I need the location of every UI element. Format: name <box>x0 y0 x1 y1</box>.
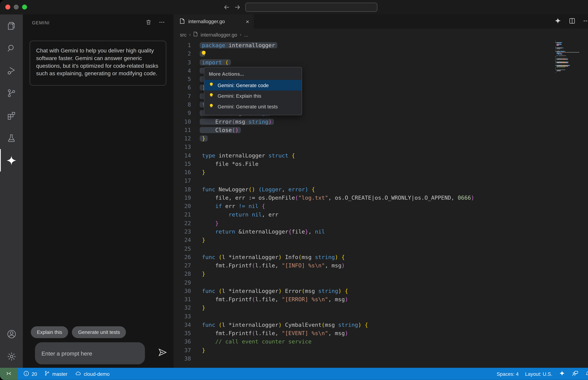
sidebar-item-testing[interactable] <box>0 127 23 149</box>
sidebar-item-run-debug[interactable] <box>0 59 23 82</box>
menu-item[interactable]: Gemini: Generate code <box>204 80 302 91</box>
line-number: 4 <box>173 68 191 74</box>
line-number: 3 <box>173 59 191 65</box>
breadcrumb-src[interactable]: src <box>180 32 187 38</box>
line-number: 10 <box>173 118 191 125</box>
minimap-line <box>555 64 588 65</box>
line-number: 38 <box>173 356 191 362</box>
gemini-description-text: Chat with Gemini to help you deliver hig… <box>36 47 158 76</box>
code-line: 34func (l *internalLogger) CymbalEvent(m… <box>173 321 588 329</box>
line-number: 37 <box>173 347 191 353</box>
minimap-line <box>555 67 588 68</box>
line-number: 17 <box>173 178 191 184</box>
tab-label: internallogger.go <box>188 19 225 24</box>
code-line: 24} <box>173 236 588 244</box>
minimap-line <box>555 57 588 58</box>
file-icon <box>180 18 185 25</box>
code-line: 1package internallogger <box>173 41 588 50</box>
status-sparkle-icon[interactable] <box>559 370 565 378</box>
split-editor-icon[interactable] <box>569 17 575 26</box>
sidebar-item-gemini[interactable] <box>0 149 23 171</box>
back-arrow-icon[interactable] <box>223 3 231 13</box>
minimap-line <box>555 59 588 60</box>
minimap-line <box>555 56 588 57</box>
code-line: 10 Error(msg string) <box>173 117 588 126</box>
minimap-line <box>555 71 588 72</box>
forward-arrow-icon[interactable] <box>234 3 241 13</box>
prompt-input[interactable] <box>35 342 145 364</box>
menu-item[interactable]: Gemini: Explain this <box>204 91 302 101</box>
code-line: 14type internalLogger struct { <box>173 151 588 160</box>
minimap-line <box>555 47 588 47</box>
info-icon <box>23 370 29 378</box>
code-line: 26func (l *internalLogger) Info(msg stri… <box>173 253 588 261</box>
code-line: 3import ( <box>173 58 588 66</box>
tab-strip: internallogger.go × <box>173 15 588 29</box>
lightbulb-icon[interactable] <box>201 50 207 57</box>
minimap-line <box>555 50 588 51</box>
minimap-line <box>555 69 588 70</box>
status-cloud-project[interactable]: cloud-demo <box>75 370 110 378</box>
editor-more-actions-icon[interactable] <box>583 17 588 26</box>
gemini-editor-sparkle-icon[interactable] <box>554 17 561 26</box>
code-text: } <box>200 135 208 142</box>
sidebar-item-extensions[interactable] <box>0 104 23 127</box>
breadcrumb: src › internallogger.go › ... <box>173 29 588 41</box>
status-problems[interactable]: 20 <box>23 370 37 378</box>
explain-this-button[interactable]: Explain this <box>31 326 68 338</box>
zoom-window-button[interactable] <box>22 5 27 10</box>
minimap-line <box>555 53 588 54</box>
remote-indicator[interactable] <box>0 368 18 380</box>
notifications-bell-icon[interactable] <box>585 370 588 378</box>
line-number: 25 <box>173 246 191 252</box>
sidebar-item-explorer[interactable] <box>0 15 23 37</box>
breadcrumb-file[interactable]: internallogger.go <box>201 32 237 38</box>
status-layout[interactable]: Layout: U.S. <box>525 371 552 377</box>
screen: GEMINI Chat with Gemini to help you deli… <box>0 0 588 380</box>
feedback-icon[interactable] <box>572 370 579 378</box>
minimap-line <box>555 47 588 48</box>
minimap-line <box>555 48 588 49</box>
minimap-line <box>555 54 588 55</box>
line-number: 12 <box>173 135 191 142</box>
minimap-line <box>555 60 588 60</box>
code-line: 27 fmt.Fprintf(l.file, "[INFO] %s\n", ms… <box>173 261 588 270</box>
command-center-search-input[interactable] <box>245 3 377 12</box>
line-number: 19 <box>173 195 191 201</box>
minimap-line <box>555 42 588 43</box>
minimap-line <box>555 66 588 67</box>
line-number: 34 <box>173 322 191 328</box>
code-line: 32} <box>173 304 588 312</box>
breadcrumb-symbol[interactable]: ... <box>244 32 248 38</box>
line-number: 18 <box>173 186 191 192</box>
minimap[interactable] <box>555 41 588 73</box>
generate-unit-tests-button[interactable]: Generate unit tests <box>72 326 126 338</box>
minimap-line <box>555 46 588 47</box>
code-text: } <box>202 169 205 175</box>
code-text: fmt.Fprintf(l.file, "[ERROR] %s\n", msg) <box>202 296 348 303</box>
status-branch[interactable]: master <box>44 370 67 377</box>
send-prompt-button[interactable] <box>157 348 168 358</box>
breadcrumb-file-icon <box>193 32 198 38</box>
sidebar-item-source-control[interactable] <box>0 82 23 104</box>
code-line: 2 <box>173 50 588 58</box>
line-number: 21 <box>173 212 191 218</box>
panel-more-actions-icon[interactable] <box>159 19 165 27</box>
sidebar-item-search[interactable] <box>0 37 23 59</box>
minimize-window-button[interactable] <box>14 5 19 10</box>
clear-chat-trash-icon[interactable] <box>145 19 152 27</box>
minimap-line <box>555 63 588 64</box>
code-line: 23 return &internalLogger{file}, nil <box>173 228 588 236</box>
more-actions-menu: More Actions... Gemini: Generate codeGem… <box>204 67 302 115</box>
settings-button[interactable] <box>0 345 23 368</box>
tab-close-icon[interactable]: × <box>246 19 249 24</box>
menu-item[interactable]: Gemini: Generate unit tests <box>204 101 302 112</box>
code-line: 37} <box>173 346 588 354</box>
status-spaces[interactable]: Spaces: 4 <box>497 371 519 377</box>
account-button[interactable] <box>0 323 23 345</box>
line-number: 20 <box>173 203 191 209</box>
close-window-button[interactable] <box>5 5 10 10</box>
tab-internallogger[interactable]: internallogger.go × <box>173 15 254 29</box>
menu-title: More Actions... <box>204 67 302 80</box>
minimap-line <box>555 45 588 46</box>
